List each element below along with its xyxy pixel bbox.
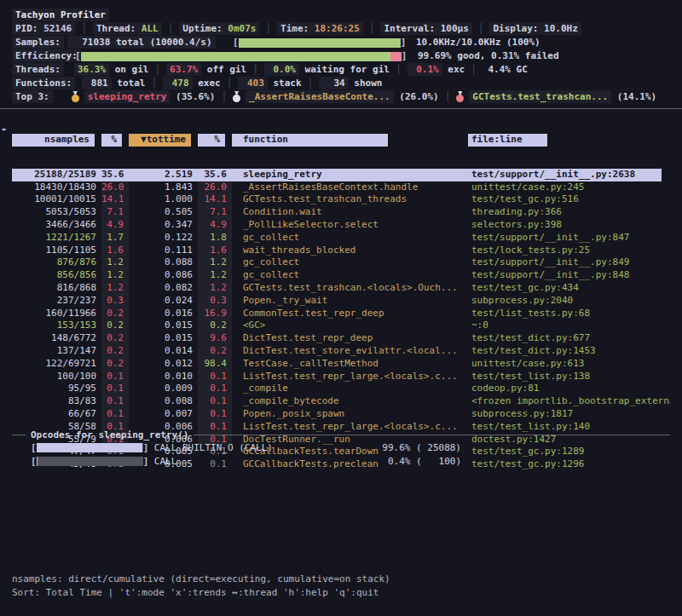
cell-tottime: 0.086 [129,269,198,282]
cell-nsamples: 25188/25189 [12,169,101,181]
status-bar: PID: 52146│ Thread: ALL│ Uptime: 0m07s│ … [12,22,581,35]
cell-file: selectors.py:398 [468,219,670,232]
cell-file: unittest/case.py:245 [468,181,670,194]
opcode-bar-fill [37,457,38,466]
cell-tottime: 0.082 [129,282,198,295]
cell-file: test/lock_tests.py:25 [468,245,670,257]
cell-tottime: 0.122 [129,232,198,245]
table-row[interactable]: 5053/5053 7.1 0.505 7.1 Condition.wait t… [12,206,670,219]
table-row[interactable]: 100/100 0.1 0.010 0.1 ListTest.test_repr… [12,371,670,383]
cell-file: codeop.py:81 [468,383,670,395]
efficiency-text: 99.69% good, 0.31% failed [418,49,559,62]
cell-nsamples: 856/856 [12,269,101,282]
col-header-nsamples[interactable]: nsamples [12,134,95,147]
cell-pct2: 14.1 [198,193,232,206]
cell-nsamples: 18430/18430 [12,181,101,194]
cell-nsamples: 237/237 [12,295,101,308]
col-header-function[interactable]: function [232,134,388,147]
time-field: Time: 18:26:25 [277,22,363,35]
table-row[interactable]: 816/868 1.2 0.082 1.2 GCTests.test_trash… [12,282,670,295]
cell-pct1: 1.7 [101,232,129,245]
table-row[interactable]: 18430/18430 26.0 1.843 26.0 _AssertRaise… [12,181,670,194]
table-row[interactable]: 153/153 0.2 0.015 0.2 <GC> ~:0 [12,320,670,332]
table-row[interactable]: 83/83 0.1 0.008 0.1 _compile_bytecode <f… [12,395,670,408]
cell-pct2: 35.6 [198,169,232,181]
table-row[interactable]: 1105/1105 1.6 0.111 1.6 wait_threads_blo… [12,245,670,257]
interval-field: Interval: 100µs [380,22,471,35]
table-row[interactable]: 25188/25189 35.6 2.519 35.6 sleeping_ret… [12,169,662,181]
cell-pct1: 4.9 [101,219,129,232]
pid-field: PID: 52146 [12,22,75,35]
divider: │ [302,77,320,89]
samples-line: Samples: 71038 total (10000.4/s) [] 10.0… [12,36,682,49]
exc-pct: 0.1% [407,63,442,76]
table-row[interactable]: 3466/3466 4.9 0.347 4.9 _PollLikeSelecto… [12,219,670,232]
cell-file: subprocess.py:2040 [468,295,670,308]
footer-help-line: nsamples: direct/cumulative (direct=exec… [12,573,390,585]
cell-function: GCTests.test_trashcan.<locals>.Ouch... [232,282,468,295]
top3-label: Top 3: [12,90,53,103]
cell-pct1: 0.2 [101,345,129,358]
cell-function: GCTests.test_trashcan_threads [232,193,468,206]
cell-pct2: 1.8 [198,232,232,245]
cell-function: TestCase._callTestMethod [232,358,468,371]
threads-label: Threads: [12,63,64,76]
divider: │ [162,22,180,35]
waiting-gil-text: waiting for gil [299,63,390,76]
open-bracket: [ [31,455,37,468]
col-header-pct1[interactable]: % [101,134,122,147]
cell-pct2: 98.4 [198,358,232,371]
table-row[interactable]: 876/876 1.2 0.088 1.2 gc_collect test/su… [12,256,670,269]
table-row[interactable]: 137/147 0.2 0.014 0.2 DictTest.test_stor… [12,345,670,358]
col-header-file[interactable]: file:line [468,134,547,147]
cell-nsamples: 122/69721 [12,358,101,371]
cell-tottime: 0.010 [129,371,198,383]
opcode-row: [] CALL 0.4% ( 100) [31,455,670,468]
table-row[interactable]: 160/11966 0.2 0.016 16.9 CommonTest.test… [12,308,670,320]
cell-pct2: 26.0 [198,181,232,194]
divider: │ [246,63,264,76]
top3-name: GCTests.test_trashcan... [469,90,611,103]
cell-tottime: 0.014 [129,345,198,358]
cell-nsamples: 137/147 [12,345,101,358]
table-row[interactable]: 856/856 1.2 0.086 1.2 gc_collect test/su… [12,269,670,282]
col-header-pct2[interactable]: % [198,134,225,147]
cell-pct1: 1.2 [101,282,129,295]
header-separator [0,108,682,109]
cell-pct2: 7.1 [198,206,232,219]
cell-pct1: 14.1 [101,193,129,206]
profiler-screen: Tachyon Profiler PID: 52146│ Thread: ALL… [0,0,682,616]
thread-field[interactable]: Thread: ALL [93,22,162,35]
top1-name: sleeping_retry [84,90,170,103]
cell-file: <frozen importlib._bootstrap_externa [468,395,670,408]
table-row[interactable]: 122/69721 0.2 0.012 98.4 TestCase._callT… [12,358,670,371]
table-row[interactable]: 148/6772 0.2 0.015 9.6 DictTest.test_rep… [12,332,670,345]
table-row[interactable]: 95/95 0.1 0.009 0.1 _compile codeop.py:8… [12,383,670,395]
cell-file: test/test_dict.py:1453 [468,345,670,358]
open-bracket: [ [75,50,81,61]
samples-bar: [] [233,36,406,49]
cell-pct1: 0.1 [101,371,129,383]
uptime-label: Uptime: [182,23,228,34]
cell-pct2: 0.2 [198,320,232,332]
cell-pct2: 0.3 [198,295,232,308]
efficiency-bar-track [81,52,402,61]
col-header-tottime[interactable]: ▼tottime [129,134,191,147]
cell-nsamples: 83/83 [12,395,101,408]
cell-file: ~:0 [468,320,670,332]
divider: │ [259,22,277,35]
close-bracket: ] [143,455,149,468]
table-row[interactable]: 10001/10015 14.1 1.000 14.1 GCTests.test… [12,193,670,206]
cell-tottime: 1.843 [129,181,198,194]
divider: │ [363,22,381,35]
cell-nsamples: 153/153 [12,320,101,332]
cell-function: <GC> [232,320,468,332]
cell-pct2: 0.1 [198,383,232,395]
cell-function: ListTest.test_repr_large.<locals>.c... [232,371,468,383]
divider: │ [439,90,457,103]
efficiency-label: Efficiency: [12,49,81,62]
table-row[interactable]: 66/67 0.1 0.007 0.1 Popen._posix_spawn s… [12,408,670,421]
table-row[interactable]: 1221/1267 1.7 0.122 1.8 gc_collect test/… [12,232,670,245]
table-row[interactable]: 237/237 0.3 0.024 0.3 Popen._try_wait su… [12,295,670,308]
cell-tottime: 1.000 [129,193,198,206]
